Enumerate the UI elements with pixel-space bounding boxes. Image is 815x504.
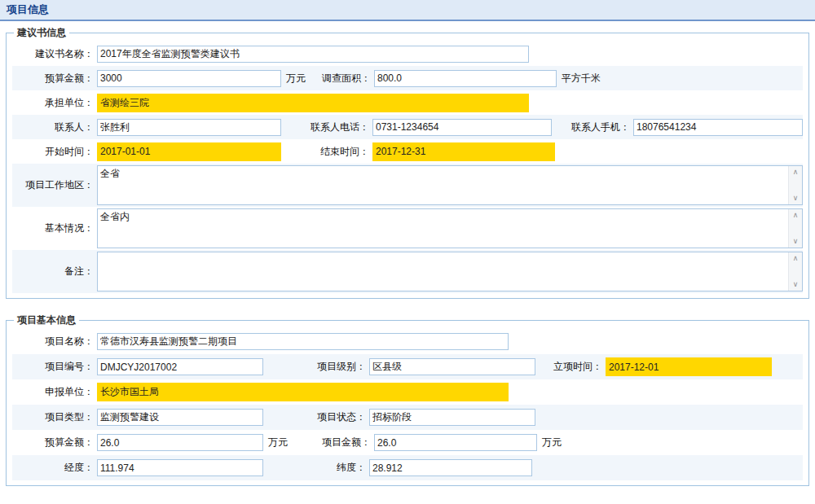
project-code-row: 项目编号： 项目级别： 立项时间： bbox=[12, 354, 803, 379]
proposal-name-input[interactable] bbox=[97, 46, 529, 63]
basic-info-textarea[interactable]: 全省内 bbox=[98, 209, 788, 248]
longitude-input[interactable] bbox=[97, 459, 263, 476]
start-date-input[interactable] bbox=[97, 142, 281, 161]
end-date-label: 结束时间： bbox=[281, 145, 369, 159]
contact-phone-label: 联系人电话： bbox=[281, 121, 369, 134]
work-area-row: 项目工作地区： 全省 ∧ ∨ bbox=[12, 164, 803, 207]
declare-unit-label: 申报单位： bbox=[12, 385, 94, 399]
project-code-input[interactable] bbox=[97, 358, 263, 375]
longitude-label: 经度： bbox=[12, 461, 94, 475]
contact-row: 联系人： 联系人电话： 联系人手机： bbox=[12, 115, 803, 139]
proposal-budget-row: 预算金额： 万元 调查面积： 平方千米 bbox=[12, 66, 803, 90]
proposal-legend: 建议书信息 bbox=[14, 26, 69, 40]
project-level-label: 项目级别： bbox=[263, 360, 366, 374]
proposal-fieldset: 建议书信息 建议书名称： 预算金额： 万元 调查面积： 平方千米 承担单位： 联… bbox=[6, 26, 809, 299]
proposal-name-row: 建议书名称： bbox=[12, 42, 803, 66]
contact-input[interactable] bbox=[97, 119, 281, 136]
project-info-page: 项目信息 建议书信息 建议书名称： 预算金额： 万元 调查面积： 平方千米 承担… bbox=[0, 0, 815, 504]
undertaking-unit-input[interactable] bbox=[97, 94, 529, 112]
project-name-input[interactable] bbox=[97, 333, 509, 350]
page-header: 项目信息 bbox=[0, 0, 815, 21]
project-name-row: 项目名称： bbox=[12, 329, 803, 354]
project-type-label: 项目类型： bbox=[12, 410, 94, 424]
remark-row: 备注： ∧ ∨ bbox=[12, 250, 803, 293]
remark-textarea[interactable] bbox=[98, 252, 788, 291]
start-date-label: 开始时间： bbox=[12, 145, 94, 159]
scroll-up-icon[interactable]: ∧ bbox=[793, 255, 799, 262]
basic-info-row: 基本情况： 全省内 ∧ ∨ bbox=[12, 207, 803, 250]
survey-area-input[interactable] bbox=[374, 70, 557, 87]
project-type-input[interactable] bbox=[97, 409, 263, 426]
proposal-name-label: 建议书名称： bbox=[12, 47, 94, 61]
scroll-up-icon[interactable]: ∧ bbox=[793, 169, 799, 176]
contact-phone-input[interactable] bbox=[372, 119, 552, 136]
project-status-input[interactable] bbox=[369, 409, 535, 426]
project-amount-input[interactable] bbox=[374, 434, 537, 451]
basic-info-textarea-frame: 全省内 ∧ ∨ bbox=[97, 208, 803, 248]
work-area-textarea-frame: 全省 ∧ ∨ bbox=[97, 165, 803, 205]
undertaking-unit-row: 承担单位： bbox=[12, 90, 803, 115]
project-code-label: 项目编号： bbox=[12, 360, 94, 374]
project-level-input[interactable] bbox=[369, 358, 535, 375]
project-budget-unit: 万元 bbox=[268, 436, 288, 449]
latitude-input[interactable] bbox=[369, 459, 532, 476]
proposal-budget-label: 预算金额： bbox=[12, 72, 94, 85]
contact-mobile-label: 联系人手机： bbox=[552, 121, 630, 134]
project-amount-label: 项目金额： bbox=[294, 436, 371, 449]
remark-label: 备注： bbox=[12, 265, 94, 278]
declare-unit-input[interactable] bbox=[97, 383, 509, 401]
basic-info-scrollbar[interactable]: ∧ ∨ bbox=[788, 209, 802, 248]
basic-info-label: 基本情况： bbox=[12, 221, 94, 235]
approval-date-input[interactable] bbox=[606, 357, 772, 376]
scroll-down-icon[interactable]: ∨ bbox=[793, 281, 799, 288]
proposal-budget-input[interactable] bbox=[97, 70, 281, 87]
proposal-budget-unit: 万元 bbox=[286, 72, 306, 85]
remark-textarea-frame: ∧ ∨ bbox=[97, 252, 803, 291]
scroll-down-icon[interactable]: ∨ bbox=[793, 238, 799, 245]
project-name-label: 项目名称： bbox=[12, 335, 94, 348]
undertaking-unit-label: 承担单位： bbox=[12, 96, 94, 110]
project-fieldset: 项目基本信息 项目名称： 项目编号： 项目级别： 立项时间： 申报单位： 项目类… bbox=[6, 313, 809, 486]
project-budget-row: 预算金额： 万元 项目金额： 万元 bbox=[12, 430, 803, 455]
scroll-up-icon[interactable]: ∧ bbox=[793, 212, 799, 219]
project-budget-input[interactable] bbox=[97, 434, 263, 451]
end-date-input[interactable] bbox=[372, 142, 555, 161]
coordinates-row: 经度： 纬度： bbox=[12, 455, 803, 480]
contact-mobile-input[interactable] bbox=[633, 119, 803, 136]
work-area-label: 项目工作地区： bbox=[12, 178, 94, 192]
project-type-row: 项目类型： 项目状态： bbox=[12, 405, 803, 430]
contact-label: 联系人： bbox=[12, 121, 94, 134]
dates-row: 开始时间： 结束时间： bbox=[12, 139, 803, 164]
declare-unit-row: 申报单位： bbox=[12, 379, 803, 405]
project-amount-unit: 万元 bbox=[542, 436, 562, 449]
page-title: 项目信息 bbox=[7, 3, 49, 15]
work-area-textarea[interactable]: 全省 bbox=[98, 166, 788, 204]
project-budget-label: 预算金额： bbox=[12, 436, 94, 449]
approval-date-label: 立项时间： bbox=[535, 360, 602, 374]
latitude-label: 纬度： bbox=[263, 461, 366, 475]
survey-area-unit: 平方千米 bbox=[562, 72, 601, 85]
work-area-scrollbar[interactable]: ∧ ∨ bbox=[788, 166, 802, 204]
scroll-down-icon[interactable]: ∨ bbox=[793, 195, 799, 202]
project-legend: 项目基本信息 bbox=[14, 313, 79, 327]
remark-scrollbar[interactable]: ∧ ∨ bbox=[788, 252, 802, 291]
survey-area-label: 调查面积： bbox=[312, 72, 371, 85]
project-status-label: 项目状态： bbox=[263, 410, 366, 424]
